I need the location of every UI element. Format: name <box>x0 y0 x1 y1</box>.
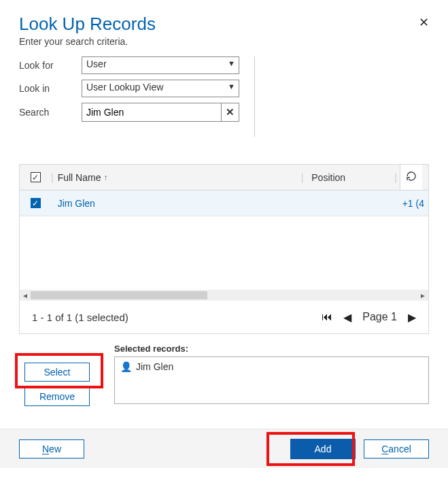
grid-header: | Full Name ↑ | Position | <box>20 165 428 190</box>
close-icon[interactable]: ✕ <box>419 15 429 30</box>
select-all-checkbox[interactable] <box>31 172 41 182</box>
page-label: Page 1 <box>362 311 397 323</box>
look-in-select[interactable]: User Lookup View <box>82 80 239 97</box>
table-row[interactable]: | Jim Glen | +1 (4 <box>20 190 428 216</box>
column-separator: | <box>301 172 304 183</box>
pager-info: 1 - 1 of 1 (1 selected) <box>32 312 322 323</box>
select-button[interactable]: Select <box>24 363 90 382</box>
dialog-title: Look Up Records <box>19 14 429 35</box>
new-button[interactable]: New <box>19 439 84 459</box>
look-for-label: Look for <box>19 60 82 71</box>
selected-records-box[interactable]: 👤 Jim Glen <box>114 356 429 404</box>
sort-asc-icon: ↑ <box>103 173 107 182</box>
column-position[interactable]: Position <box>306 172 394 183</box>
scroll-right-icon[interactable]: ► <box>417 292 428 299</box>
remove-button[interactable]: Remove <box>24 387 90 406</box>
column-fullname[interactable]: Full Name ↑ <box>56 172 301 183</box>
divider <box>254 56 255 137</box>
person-icon: 👤 <box>120 361 132 372</box>
search-input[interactable] <box>82 103 239 122</box>
cancel-button[interactable]: Cancel <box>364 439 429 459</box>
row-fullname-link[interactable]: Jim Glen <box>58 198 95 209</box>
lookup-dialog: ✕ Look Up Records Enter your search crit… <box>0 0 448 404</box>
look-in-label: Look in <box>19 83 82 94</box>
scroll-left-icon[interactable]: ◄ <box>20 292 31 299</box>
horizontal-scrollbar[interactable]: ◄ ► <box>20 290 428 301</box>
column-position-label: Position <box>311 172 345 183</box>
selected-records-label: Selected records: <box>114 344 429 354</box>
clear-icon[interactable]: ✕ <box>221 103 239 121</box>
look-for-select[interactable]: User <box>82 56 239 74</box>
selected-record-item[interactable]: Jim Glen <box>136 361 173 372</box>
column-separator: | <box>51 172 54 183</box>
refresh-icon <box>406 171 417 184</box>
refresh-button[interactable] <box>400 165 422 190</box>
results-grid: | Full Name ↑ | Position | | Jim Glen <box>19 164 429 334</box>
row-extra[interactable]: +1 (4 <box>394 198 428 209</box>
prev-page-icon[interactable]: ◀ <box>343 311 351 324</box>
column-fullname-label: Full Name <box>58 172 101 183</box>
dialog-subtitle: Enter your search criteria. <box>19 36 429 47</box>
column-separator: | <box>394 172 397 183</box>
next-page-icon[interactable]: ▶ <box>408 311 416 324</box>
scroll-thumb[interactable] <box>31 291 207 299</box>
search-label: Search <box>19 107 82 118</box>
dialog-footer: New Add Cancel <box>0 429 448 468</box>
add-button[interactable]: Add <box>290 439 356 459</box>
first-page-icon[interactable]: ⏮ <box>322 311 332 323</box>
pager: 1 - 1 of 1 (1 selected) ⏮ ◀ Page 1 ▶ <box>20 301 428 333</box>
grid-empty-space <box>20 216 428 290</box>
row-checkbox[interactable] <box>31 198 41 208</box>
